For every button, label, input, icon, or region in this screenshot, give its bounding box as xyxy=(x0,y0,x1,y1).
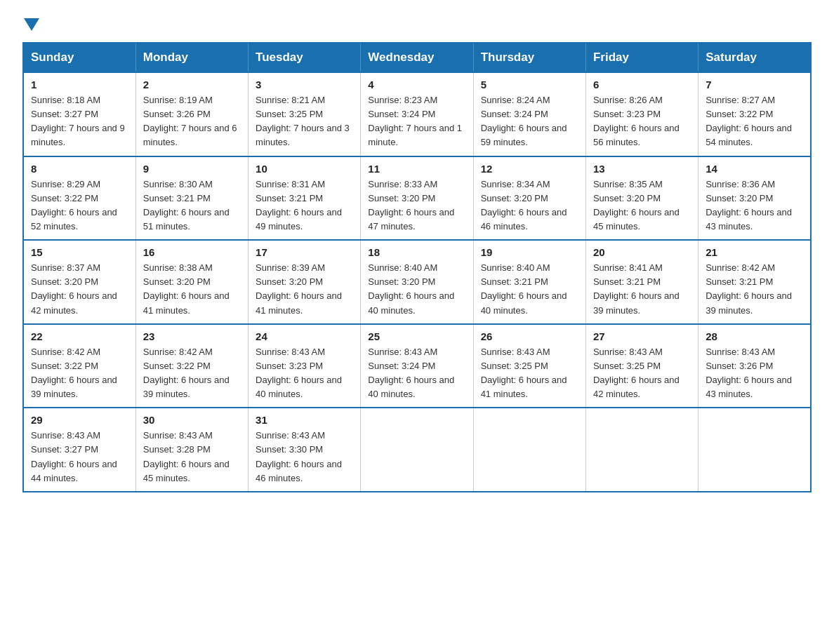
calendar-day-cell: 14 Sunrise: 8:36 AM Sunset: 3:20 PM Dayl… xyxy=(699,156,811,241)
calendar-day-cell xyxy=(361,408,473,492)
day-header-saturday: Saturday xyxy=(699,43,811,72)
calendar-day-cell: 3 Sunrise: 8:21 AM Sunset: 3:25 PM Dayli… xyxy=(249,72,361,156)
calendar-day-cell: 28 Sunrise: 8:43 AM Sunset: 3:26 PM Dayl… xyxy=(699,324,811,408)
calendar-day-cell: 19 Sunrise: 8:40 AM Sunset: 3:21 PM Dayl… xyxy=(473,240,585,324)
day-number: 11 xyxy=(368,163,465,175)
calendar-day-cell: 2 Sunrise: 8:19 AM Sunset: 3:26 PM Dayli… xyxy=(135,72,248,156)
calendar-day-cell: 17 Sunrise: 8:39 AM Sunset: 3:20 PM Dayl… xyxy=(249,240,361,324)
calendar-day-cell: 21 Sunrise: 8:42 AM Sunset: 3:21 PM Dayl… xyxy=(699,240,811,324)
day-number: 26 xyxy=(481,330,578,342)
day-number: 12 xyxy=(481,163,578,175)
calendar-day-cell: 10 Sunrise: 8:31 AM Sunset: 3:21 PM Dayl… xyxy=(249,156,361,241)
day-info: Sunrise: 8:43 AM Sunset: 3:30 PM Dayligh… xyxy=(256,429,353,485)
day-number: 24 xyxy=(256,330,353,342)
calendar-day-cell: 7 Sunrise: 8:27 AM Sunset: 3:22 PM Dayli… xyxy=(699,72,811,156)
calendar-day-cell: 11 Sunrise: 8:33 AM Sunset: 3:20 PM Dayl… xyxy=(361,156,473,241)
calendar-day-cell: 12 Sunrise: 8:34 AM Sunset: 3:20 PM Dayl… xyxy=(473,156,585,241)
calendar-table: SundayMondayTuesdayWednesdayThursdayFrid… xyxy=(22,42,812,492)
calendar-day-cell: 1 Sunrise: 8:18 AM Sunset: 3:27 PM Dayli… xyxy=(23,72,135,156)
day-number: 19 xyxy=(481,246,578,258)
day-number: 31 xyxy=(256,414,353,426)
day-number: 18 xyxy=(368,246,465,258)
day-number: 6 xyxy=(593,79,691,90)
day-info: Sunrise: 8:19 AM Sunset: 3:26 PM Dayligh… xyxy=(143,93,241,150)
calendar-day-cell: 9 Sunrise: 8:30 AM Sunset: 3:21 PM Dayli… xyxy=(135,156,248,241)
day-number: 15 xyxy=(31,246,128,258)
day-number: 28 xyxy=(706,330,803,342)
day-info: Sunrise: 8:43 AM Sunset: 3:25 PM Dayligh… xyxy=(481,345,578,402)
day-number: 23 xyxy=(143,330,241,342)
logo xyxy=(22,17,39,31)
calendar-day-cell: 8 Sunrise: 8:29 AM Sunset: 3:22 PM Dayli… xyxy=(23,156,135,241)
day-number: 20 xyxy=(593,246,691,258)
calendar-week-row: 1 Sunrise: 8:18 AM Sunset: 3:27 PM Dayli… xyxy=(23,72,811,156)
day-info: Sunrise: 8:41 AM Sunset: 3:21 PM Dayligh… xyxy=(593,261,691,318)
day-header-thursday: Thursday xyxy=(473,43,585,72)
calendar-day-cell: 15 Sunrise: 8:37 AM Sunset: 3:20 PM Dayl… xyxy=(23,240,135,324)
day-header-monday: Monday xyxy=(135,43,248,72)
day-info: Sunrise: 8:35 AM Sunset: 3:20 PM Dayligh… xyxy=(593,177,691,234)
calendar-day-cell: 23 Sunrise: 8:42 AM Sunset: 3:22 PM Dayl… xyxy=(135,324,248,408)
calendar-day-cell: 18 Sunrise: 8:40 AM Sunset: 3:20 PM Dayl… xyxy=(361,240,473,324)
calendar-week-row: 22 Sunrise: 8:42 AM Sunset: 3:22 PM Dayl… xyxy=(23,324,811,408)
day-number: 8 xyxy=(31,163,128,175)
calendar-day-cell xyxy=(473,408,585,492)
day-info: Sunrise: 8:38 AM Sunset: 3:20 PM Dayligh… xyxy=(143,261,241,318)
day-info: Sunrise: 8:26 AM Sunset: 3:23 PM Dayligh… xyxy=(593,93,691,150)
calendar-day-cell: 29 Sunrise: 8:43 AM Sunset: 3:27 PM Dayl… xyxy=(23,408,135,492)
svg-marker-0 xyxy=(24,18,39,31)
day-number: 21 xyxy=(706,246,803,258)
day-number: 9 xyxy=(143,163,241,175)
calendar-day-cell: 30 Sunrise: 8:43 AM Sunset: 3:28 PM Dayl… xyxy=(135,408,248,492)
calendar-day-cell: 16 Sunrise: 8:38 AM Sunset: 3:20 PM Dayl… xyxy=(135,240,248,324)
day-number: 13 xyxy=(593,163,691,175)
day-info: Sunrise: 8:31 AM Sunset: 3:21 PM Dayligh… xyxy=(256,177,353,234)
calendar-week-row: 29 Sunrise: 8:43 AM Sunset: 3:27 PM Dayl… xyxy=(23,408,811,492)
logo-arrow-icon xyxy=(24,18,39,34)
page-header xyxy=(22,17,812,31)
day-info: Sunrise: 8:43 AM Sunset: 3:23 PM Dayligh… xyxy=(256,345,353,402)
day-info: Sunrise: 8:42 AM Sunset: 3:22 PM Dayligh… xyxy=(31,345,128,402)
day-number: 17 xyxy=(256,246,353,258)
day-number: 16 xyxy=(143,246,241,258)
day-info: Sunrise: 8:40 AM Sunset: 3:21 PM Dayligh… xyxy=(481,261,578,318)
calendar-day-cell: 5 Sunrise: 8:24 AM Sunset: 3:24 PM Dayli… xyxy=(473,72,585,156)
calendar-day-cell: 24 Sunrise: 8:43 AM Sunset: 3:23 PM Dayl… xyxy=(249,324,361,408)
day-info: Sunrise: 8:18 AM Sunset: 3:27 PM Dayligh… xyxy=(31,93,128,150)
day-number: 1 xyxy=(31,79,128,90)
day-info: Sunrise: 8:27 AM Sunset: 3:22 PM Dayligh… xyxy=(706,93,803,150)
calendar-day-cell xyxy=(699,408,811,492)
day-number: 10 xyxy=(256,163,353,175)
day-info: Sunrise: 8:24 AM Sunset: 3:24 PM Dayligh… xyxy=(481,93,578,150)
day-header-friday: Friday xyxy=(585,43,698,72)
day-number: 25 xyxy=(368,330,465,342)
day-info: Sunrise: 8:43 AM Sunset: 3:27 PM Dayligh… xyxy=(31,429,128,485)
calendar-day-cell: 31 Sunrise: 8:43 AM Sunset: 3:30 PM Dayl… xyxy=(249,408,361,492)
day-info: Sunrise: 8:43 AM Sunset: 3:25 PM Dayligh… xyxy=(593,345,691,402)
day-info: Sunrise: 8:21 AM Sunset: 3:25 PM Dayligh… xyxy=(256,93,353,150)
day-number: 7 xyxy=(706,79,803,90)
calendar-day-cell: 22 Sunrise: 8:42 AM Sunset: 3:22 PM Dayl… xyxy=(23,324,135,408)
day-info: Sunrise: 8:23 AM Sunset: 3:24 PM Dayligh… xyxy=(368,93,465,150)
calendar-day-cell: 26 Sunrise: 8:43 AM Sunset: 3:25 PM Dayl… xyxy=(473,324,585,408)
day-number: 4 xyxy=(368,79,465,90)
day-info: Sunrise: 8:37 AM Sunset: 3:20 PM Dayligh… xyxy=(31,261,128,318)
day-info: Sunrise: 8:29 AM Sunset: 3:22 PM Dayligh… xyxy=(31,177,128,234)
day-info: Sunrise: 8:36 AM Sunset: 3:20 PM Dayligh… xyxy=(706,177,803,234)
day-info: Sunrise: 8:43 AM Sunset: 3:28 PM Dayligh… xyxy=(143,429,241,485)
calendar-day-cell: 25 Sunrise: 8:43 AM Sunset: 3:24 PM Dayl… xyxy=(361,324,473,408)
day-info: Sunrise: 8:30 AM Sunset: 3:21 PM Dayligh… xyxy=(143,177,241,234)
day-info: Sunrise: 8:42 AM Sunset: 3:21 PM Dayligh… xyxy=(706,261,803,318)
day-info: Sunrise: 8:39 AM Sunset: 3:20 PM Dayligh… xyxy=(256,261,353,318)
day-info: Sunrise: 8:42 AM Sunset: 3:22 PM Dayligh… xyxy=(143,345,241,402)
calendar-week-row: 8 Sunrise: 8:29 AM Sunset: 3:22 PM Dayli… xyxy=(23,156,811,241)
day-info: Sunrise: 8:40 AM Sunset: 3:20 PM Dayligh… xyxy=(368,261,465,318)
day-number: 22 xyxy=(31,330,128,342)
calendar-day-cell: 4 Sunrise: 8:23 AM Sunset: 3:24 PM Dayli… xyxy=(361,72,473,156)
day-header-sunday: Sunday xyxy=(23,43,135,72)
day-number: 29 xyxy=(31,414,128,426)
day-number: 30 xyxy=(143,414,241,426)
day-number: 2 xyxy=(143,79,241,90)
day-header-wednesday: Wednesday xyxy=(361,43,473,72)
day-number: 5 xyxy=(481,79,578,90)
